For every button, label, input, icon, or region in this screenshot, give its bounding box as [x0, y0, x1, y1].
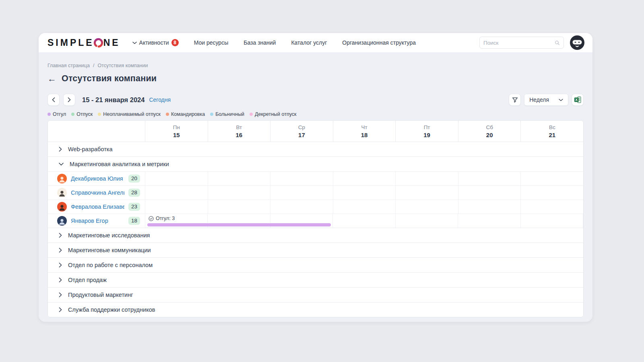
table-corner-cell: [48, 121, 145, 142]
legend-dot: [166, 113, 169, 116]
day-cell[interactable]: [270, 200, 333, 214]
chevron-down-icon: [132, 41, 137, 44]
export-excel-button[interactable]: X: [572, 94, 584, 106]
day-cell[interactable]: [333, 172, 396, 185]
day-cell[interactable]: [396, 200, 458, 214]
absence-legend: Отгул Отпуск Неоплачиваемый отпуск Коман…: [47, 111, 584, 117]
table-header-row: Пн15 Вт16 Ср17 Чт18 Пт19 Сб20 Вс21: [48, 121, 583, 142]
breadcrumb-current: Отсутствия компании: [97, 63, 148, 68]
menu-item-my-resources[interactable]: Мои ресурсы: [194, 39, 229, 46]
breadcrumb-separator: /: [93, 63, 94, 68]
activities-count-badge: 8: [171, 39, 179, 46]
day-cell[interactable]: [270, 172, 333, 185]
page-title: Отсутствия компании: [62, 74, 157, 84]
svg-text:X: X: [575, 98, 578, 102]
day-cell[interactable]: [521, 186, 583, 200]
person-row: Декабрикова Юлия 20: [48, 171, 583, 185]
day-cell[interactable]: [521, 172, 583, 185]
chevron-right-icon: [68, 97, 71, 102]
person-row: Справочкина Ангели... 28: [48, 185, 583, 200]
day-cell[interactable]: [458, 214, 520, 228]
chevron-right-icon: [59, 292, 62, 297]
filter-button[interactable]: [509, 94, 521, 106]
main-menu: Активности 8 Мои ресурсы База знаний Кат…: [132, 39, 416, 46]
legend-dot: [98, 113, 101, 116]
person-name-link[interactable]: Январов Егор: [71, 218, 124, 224]
day-cell[interactable]: [333, 214, 395, 228]
day-cell[interactable]: [458, 200, 521, 214]
group-row-marketing-analytics[interactable]: Маркетинговая аналитика и метрики: [48, 156, 583, 171]
legend-dot: [250, 113, 253, 116]
day-cell[interactable]: [396, 172, 458, 185]
group-row-product-marketing[interactable]: Продуктовый маркетинг: [48, 287, 583, 302]
day-header: Пн15: [145, 121, 208, 142]
person-name-link[interactable]: Декабрикова Юлия: [71, 175, 124, 182]
legend-dot: [71, 113, 74, 116]
user-avatar[interactable]: [570, 35, 584, 50]
chevron-right-icon: [59, 263, 62, 267]
day-cell[interactable]: [396, 186, 458, 200]
legend-dot: [210, 113, 213, 116]
group-row-employee-support[interactable]: Служба поддержки сотрудников: [48, 302, 583, 317]
page-content: Главная страница / Отсутствия компании ←…: [39, 52, 592, 317]
person-name-cell: Февралова Елизавета 23: [48, 200, 145, 214]
day-cell[interactable]: [396, 214, 458, 228]
today-link[interactable]: Сегодня: [149, 97, 171, 103]
menu-item-knowledge-base[interactable]: База знаний: [244, 39, 276, 46]
day-header: Вс21: [521, 121, 583, 142]
day-cell[interactable]: [145, 200, 208, 214]
person-name-link[interactable]: Февралова Елизавета: [71, 204, 124, 210]
day-cell[interactable]: [521, 214, 583, 228]
chevron-down-icon: [59, 162, 64, 166]
legend-item: Отпуск: [71, 111, 93, 117]
ninja-avatar-icon: [570, 35, 584, 50]
legend-item: Неоплачиваемый отпуск: [98, 111, 161, 117]
day-cell[interactable]: [521, 200, 583, 214]
breadcrumb-home[interactable]: Главная страница: [47, 63, 90, 68]
person-icon: [58, 218, 66, 226]
day-cell[interactable]: [333, 200, 396, 214]
legend-item: Больничный: [210, 111, 244, 117]
legend-item: Декретный отпуск: [250, 111, 296, 117]
menu-item-activities[interactable]: Активности 8: [132, 39, 179, 46]
day-cell[interactable]: [145, 186, 208, 200]
group-row-marketing-communications[interactable]: Маркетинговые коммуникации: [48, 243, 583, 257]
view-mode-value: Неделя: [529, 97, 549, 103]
person-name-link[interactable]: Справочкина Ангели...: [71, 189, 124, 196]
person-icon: [58, 175, 66, 183]
day-cell[interactable]: [208, 186, 271, 200]
day-cell[interactable]: [208, 172, 271, 185]
group-row-hr-department[interactable]: Отдел по работе с персоналом: [48, 257, 583, 272]
person-name-cell: Декабрикова Юлия 20: [48, 172, 145, 185]
day-cell[interactable]: [333, 186, 396, 200]
search-input[interactable]: [483, 40, 555, 46]
legend-item: Отгул: [47, 111, 66, 117]
brand-logo[interactable]: SIMPLE NE: [47, 37, 120, 48]
group-row-marketing-research[interactable]: Маркетинговые исследования: [48, 228, 583, 243]
view-mode-select[interactable]: Неделя: [524, 94, 568, 106]
day-cell[interactable]: [208, 200, 271, 214]
absence-event[interactable]: Отгул: 3: [145, 214, 333, 228]
chevron-left-icon: [52, 97, 55, 102]
menu-item-org-structure[interactable]: Организационная структура: [342, 39, 416, 46]
day-cell[interactable]: [145, 172, 208, 185]
days-count-badge: 20: [128, 175, 140, 183]
chevron-down-icon: [559, 99, 563, 101]
days-count-badge: 18: [128, 217, 140, 225]
top-navbar: SIMPLE NE Активности 8 Мои ресурсы: [39, 33, 592, 52]
day-cell[interactable]: [458, 172, 521, 185]
chevron-right-icon: [59, 278, 62, 282]
group-row-sales-department[interactable]: Отдел продаж: [48, 272, 583, 287]
group-row-web-development[interactable]: Web-разработка: [48, 142, 583, 156]
calendar-toolbar: 15 - 21 января 2024 Сегодня Неделя: [47, 94, 584, 106]
prev-week-button[interactable]: [47, 94, 60, 106]
person-avatar: [57, 188, 67, 197]
back-arrow-icon[interactable]: ←: [47, 74, 56, 83]
day-cell[interactable]: [270, 186, 333, 200]
person-row: Январов Егор 18 Отгул: 3: [48, 214, 583, 228]
day-cell[interactable]: [458, 186, 521, 200]
chevron-right-icon: [59, 147, 62, 152]
menu-item-service-catalog[interactable]: Каталог услуг: [291, 39, 327, 46]
global-search[interactable]: [479, 37, 564, 49]
next-week-button[interactable]: [63, 94, 75, 106]
